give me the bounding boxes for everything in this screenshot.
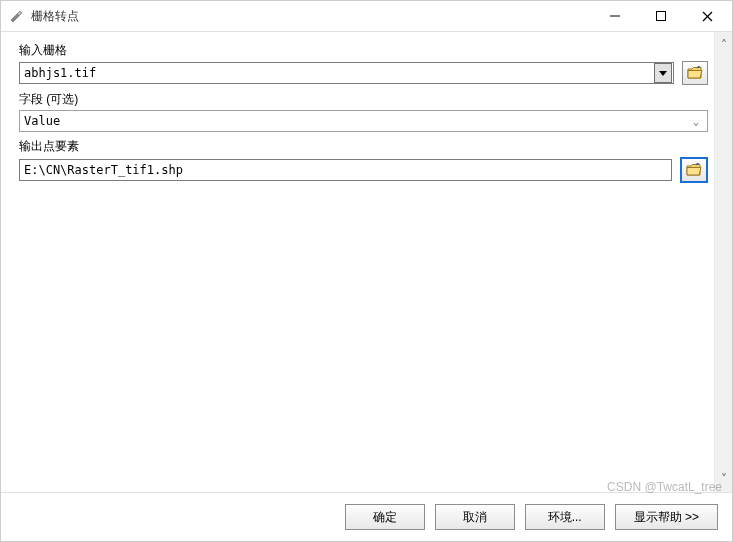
button-bar: 确定 取消 环境... 显示帮助 >> [1, 493, 732, 541]
output-point-row: E:\CN\RasterT_tif1.shp [19, 157, 708, 183]
browse-input-button[interactable] [682, 61, 708, 85]
field-optional-value: Value [24, 114, 693, 128]
title-bar: 栅格转点 [1, 1, 732, 31]
output-point-label: 输出点要素 [19, 138, 708, 155]
input-raster-combo[interactable]: abhjs1.tif [19, 62, 674, 84]
content-area: 输入栅格 abhjs1.tif 字段 (可选) Value [1, 31, 732, 493]
chevron-down-icon: ⌄ [693, 116, 703, 127]
svg-marker-4 [659, 71, 667, 76]
show-help-button[interactable]: 显示帮助 >> [615, 504, 718, 530]
cancel-button[interactable]: 取消 [435, 504, 515, 530]
scroll-up-icon: ˄ [721, 38, 727, 52]
input-raster-value: abhjs1.tif [24, 66, 654, 80]
scroll-down-icon: ˅ [721, 472, 727, 486]
browse-output-button[interactable] [680, 157, 708, 183]
ok-button[interactable]: 确定 [345, 504, 425, 530]
window-controls [592, 1, 730, 31]
field-optional-row: Value ⌄ [19, 110, 708, 132]
minimize-button[interactable] [592, 1, 638, 31]
output-point-value: E:\CN\RasterT_tif1.shp [24, 163, 667, 177]
close-button[interactable] [684, 1, 730, 31]
form-area: 输入栅格 abhjs1.tif 字段 (可选) Value [1, 32, 714, 492]
field-optional-select[interactable]: Value ⌄ [19, 110, 708, 132]
svg-rect-1 [657, 12, 666, 21]
input-raster-row: abhjs1.tif [19, 61, 708, 85]
input-raster-label: 输入栅格 [19, 42, 708, 59]
maximize-button[interactable] [638, 1, 684, 31]
window-title: 栅格转点 [31, 8, 592, 25]
environments-button[interactable]: 环境... [525, 504, 605, 530]
vertical-scrollbar[interactable]: ˄ ˅ [714, 32, 732, 492]
field-optional-label: 字段 (可选) [19, 91, 708, 108]
output-point-input[interactable]: E:\CN\RasterT_tif1.shp [19, 159, 672, 181]
combo-dropdown-button[interactable] [654, 63, 672, 83]
hammer-icon [9, 8, 25, 24]
